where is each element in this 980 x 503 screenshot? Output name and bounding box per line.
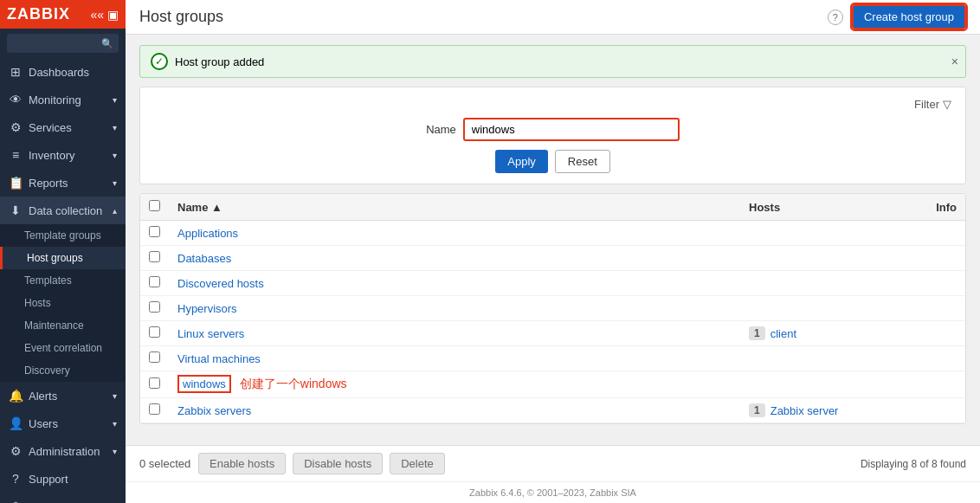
table-row: Virtual machines xyxy=(140,346,965,371)
sidebar-sub-host-groups[interactable]: Host groups xyxy=(0,247,126,269)
help-icon[interactable]: ? xyxy=(828,10,843,25)
chevron-down-icon: ▾ xyxy=(113,178,117,188)
host-group-name-link[interactable]: Applications xyxy=(177,227,238,240)
row-checkbox[interactable] xyxy=(149,276,160,287)
services-icon: ⚙ xyxy=(9,120,23,134)
notification-bar: ✓ Host group added × xyxy=(139,45,966,78)
col-hosts-header: Hosts xyxy=(740,194,913,221)
filter-area: Filter ▽ Name Apply Reset xyxy=(139,87,966,184)
sidebar-sub-maintenance[interactable]: Maintenance xyxy=(0,314,126,337)
sidebar-item-label: Monitoring xyxy=(29,94,81,106)
sidebar-sub-event-correlation[interactable]: Event correlation xyxy=(0,337,126,359)
row-checkbox[interactable] xyxy=(149,403,160,415)
host-group-name-link[interactable]: Discovered hosts xyxy=(177,277,264,290)
delete-button[interactable]: Delete xyxy=(390,453,445,474)
integrations-icon: ⬡ xyxy=(9,500,23,503)
selected-count: 0 selected xyxy=(139,457,191,470)
table-row: windows创建了一个windows xyxy=(140,371,965,398)
reset-button[interactable]: Reset xyxy=(555,150,610,173)
row-checkbox[interactable] xyxy=(149,301,160,313)
sidebar-item-dashboards[interactable]: ⊞ Dashboards xyxy=(0,58,126,86)
filter-label-text: Filter xyxy=(914,98,939,111)
sidebar-header: ZABBIX «« ▣ xyxy=(0,0,126,29)
dashboards-icon: ⊞ xyxy=(9,65,23,79)
sidebar-sub-discovery[interactable]: Discovery xyxy=(0,359,126,382)
col-name-header[interactable]: Name ▲ xyxy=(169,194,740,221)
host-link[interactable]: client xyxy=(770,327,796,340)
hosts-label: Hosts xyxy=(24,297,51,309)
sidebar: ZABBIX «« ▣ 🔍 ⊞ Dashboards 👁 Monitoring … xyxy=(0,0,126,503)
enable-hosts-button[interactable]: Enable hosts xyxy=(198,453,286,474)
chevron-down-icon: ▾ xyxy=(113,391,117,401)
row-checkbox[interactable] xyxy=(149,326,160,338)
host-count-cell xyxy=(740,371,913,398)
chevron-down-icon: ▾ xyxy=(113,151,117,160)
chevron-down-icon: ▾ xyxy=(113,95,117,105)
host-groups-table: Name ▲ Hosts Info ApplicationsDatabasesD… xyxy=(139,193,966,424)
info-cell xyxy=(913,398,965,423)
sidebar-item-users[interactable]: 👤 Users ▾ xyxy=(0,409,126,437)
topbar-right: ? Create host group xyxy=(828,4,966,29)
table-body: ApplicationsDatabasesDiscovered hostsHyp… xyxy=(140,221,965,423)
annotation-text: 创建了一个windows xyxy=(240,377,347,390)
templates-label: Templates xyxy=(24,274,72,287)
data-collection-icon: ⬇ xyxy=(9,203,23,217)
row-checkbox[interactable] xyxy=(149,377,160,389)
sidebar-item-data-collection[interactable]: ⬇ Data collection ▴ xyxy=(0,197,126,224)
info-cell xyxy=(913,371,965,398)
table-row: Applications xyxy=(140,221,965,246)
sidebar-item-label: Reports xyxy=(29,177,68,190)
filter-row: Name xyxy=(154,118,951,141)
select-all-checkbox[interactable] xyxy=(149,200,160,211)
sidebar-item-administration[interactable]: ⚙ Administration ▾ xyxy=(0,437,126,465)
support-icon: ? xyxy=(9,472,23,486)
administration-icon: ⚙ xyxy=(9,444,23,458)
sidebar-item-services[interactable]: ⚙ Services ▾ xyxy=(0,113,126,141)
row-checkbox[interactable] xyxy=(149,251,160,262)
filter-toggle[interactable]: Filter ▽ xyxy=(914,98,951,111)
page-title: Host groups xyxy=(139,8,223,26)
sidebar-item-monitoring[interactable]: 👁 Monitoring ▾ xyxy=(0,86,126,113)
sidebar-sub-hosts[interactable]: Hosts xyxy=(0,292,126,314)
filter-name-input[interactable] xyxy=(463,118,680,141)
sidebar-sub-templates[interactable]: Templates xyxy=(0,269,126,292)
content-area: ✓ Host group added × Filter ▽ Name Apply… xyxy=(126,35,980,445)
monitoring-icon: 👁 xyxy=(9,93,23,106)
collapse-icon[interactable]: «« ▣ xyxy=(91,8,119,22)
sidebar-item-integrations[interactable]: ⬡ Integrations xyxy=(0,493,126,503)
disable-hosts-button[interactable]: Disable hosts xyxy=(293,453,383,474)
sidebar-item-label: Inventory xyxy=(29,149,74,162)
apply-button[interactable]: Apply xyxy=(495,150,548,173)
host-group-name-link[interactable]: windows xyxy=(177,375,231,393)
table-row: Zabbix servers1Zabbix server xyxy=(140,398,965,423)
sidebar-item-reports[interactable]: 📋 Reports ▾ xyxy=(0,169,126,197)
table-row: Discovered hosts xyxy=(140,271,965,296)
table-row: Databases xyxy=(140,246,965,271)
template-groups-label: Template groups xyxy=(24,229,101,242)
row-checkbox[interactable] xyxy=(149,351,160,363)
col-check-header xyxy=(140,194,169,221)
host-count-badge: 1 xyxy=(749,403,765,417)
host-count-cell xyxy=(740,346,913,371)
inventory-icon: ≡ xyxy=(9,148,23,162)
sidebar-item-alerts[interactable]: 🔔 Alerts ▾ xyxy=(0,382,126,409)
create-host-group-button[interactable]: Create host group xyxy=(852,4,966,29)
host-group-name-link[interactable]: Hypervisors xyxy=(177,302,237,315)
search-icon: 🔍 xyxy=(101,38,113,49)
sidebar-item-support[interactable]: ? Support xyxy=(0,465,126,493)
host-count-badge: 1 xyxy=(749,326,765,340)
host-group-name-link[interactable]: Virtual machines xyxy=(177,352,261,365)
sidebar-item-inventory[interactable]: ≡ Inventory ▾ xyxy=(0,141,126,169)
users-icon: 👤 xyxy=(9,416,23,430)
host-link[interactable]: Zabbix server xyxy=(770,404,839,417)
chevron-up-icon: ▴ xyxy=(113,206,117,216)
sidebar-item-label: Alerts xyxy=(29,390,57,403)
info-cell xyxy=(913,246,965,271)
host-group-name-link[interactable]: Databases xyxy=(177,252,231,265)
host-group-name-link[interactable]: Zabbix servers xyxy=(177,404,251,417)
row-checkbox[interactable] xyxy=(149,226,160,237)
host-group-name-link[interactable]: Linux servers xyxy=(177,327,244,340)
sidebar-sub-template-groups[interactable]: Template groups xyxy=(0,224,126,247)
notification-close-button[interactable]: × xyxy=(951,55,958,68)
maintenance-label: Maintenance xyxy=(24,319,84,332)
